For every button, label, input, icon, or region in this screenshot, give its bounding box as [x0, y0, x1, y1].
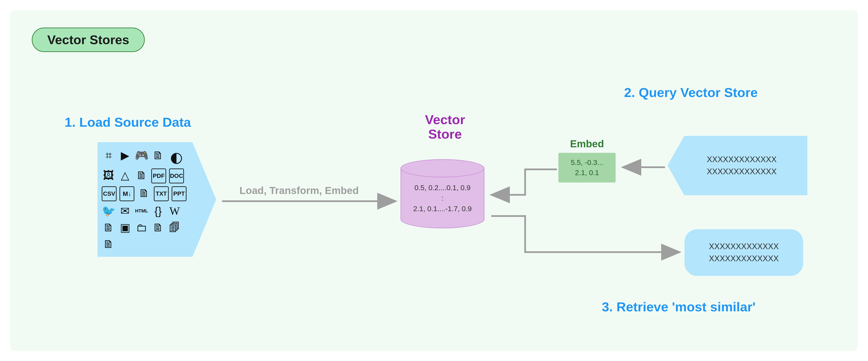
vector-store-cylinder: 0.5, 0.2....0.1, 0.9 : 2.1, 0.1....-1.7,… [401, 159, 483, 227]
file-icon: 🗐 [168, 221, 181, 234]
file-icon: 🗎 [102, 237, 115, 251]
markdown-icon: M↓ [120, 186, 134, 201]
file-icon: 🗎 [137, 186, 151, 200]
slack-icon: ⌗ [102, 148, 115, 162]
css-icon: ▣ [118, 221, 132, 234]
embed-vector-box: 5.5, -0.3... 2.1, 0.1 [558, 153, 616, 183]
cyl-row3: 2.1, 0.1....-1.7, 0.9 [401, 203, 485, 214]
step-1-label: 1. Load Source Data [65, 115, 191, 130]
cyl-row1: 0.5, 0.2....0.1, 0.9 [401, 183, 485, 193]
vector-store-label: Vector Store [403, 112, 487, 141]
youtube-icon: ▶ [118, 148, 132, 162]
txt-icon: TXT [154, 186, 169, 201]
query-input-shape: XXXXXXXXXXXXX XXXXXXXXXXXXX [668, 136, 807, 195]
cylinder-text: 0.5, 0.2....0.1, 0.9 : 2.1, 0.1....-1.7,… [401, 183, 485, 214]
vs-line1: Vector [425, 112, 465, 127]
title-text: Vector Stores [47, 33, 129, 47]
embed-line1: 5.5, -0.3... [571, 158, 603, 168]
discord-icon: 🎮 [135, 148, 148, 162]
ppt-icon: PPT [172, 186, 186, 201]
diagram-canvas: Vector Stores 1. Load Source Data 2. Que… [0, 0, 868, 361]
file-icon: 🗎 [151, 221, 165, 234]
file-icon: 🗎 [151, 148, 165, 162]
source-icon-grid: ⌗ ▶ 🎮 🗎 ◐ 🖼 △ 🗎 PDF DOC CSV M↓ 🗎 TXT PPT… [102, 148, 193, 250]
title-pill: Vector Stores [32, 28, 145, 52]
cyl-row2: : [401, 193, 485, 203]
result-output-shape: XXXXXXXXXXXXX XXXXXXXXXXXXX [684, 229, 803, 276]
embed-label: Embed [570, 138, 604, 149]
arrow-load-label: Load, Transform, Embed [240, 185, 359, 196]
query-line2: XXXXXXXXXXXXX [707, 166, 777, 178]
wikipedia-icon: W [168, 204, 181, 218]
html-icon: HTML [135, 204, 148, 218]
step-2-label: 2. Query Vector Store [624, 85, 758, 100]
github-icon: ◐ [168, 148, 185, 166]
cylinder-top [401, 159, 485, 177]
mail-icon: ✉ [118, 204, 132, 218]
file-icon: 🗎 [135, 168, 148, 182]
code-icon: {} [151, 204, 165, 218]
image-icon: 🖼 [102, 168, 115, 182]
result-line1: XXXXXXXXXXXXX [709, 241, 779, 253]
vs-line2: Store [428, 127, 462, 141]
file-icon: 🗎 [102, 221, 115, 234]
twitter-icon: 🐦 [102, 204, 115, 218]
gdrive-icon: △ [118, 168, 132, 182]
doc-icon: DOC [169, 168, 184, 183]
result-line2: XXXXXXXXXXXXX [709, 253, 779, 265]
csv-icon: CSV [102, 186, 117, 201]
embed-line2: 2.1, 0.1 [575, 168, 599, 178]
pdf-icon: PDF [151, 168, 166, 183]
query-line1: XXXXXXXXXXXXX [707, 154, 777, 166]
step-3-label: 3. Retrieve 'most similar' [602, 299, 756, 314]
folder-icon: 🗀 [135, 221, 148, 234]
